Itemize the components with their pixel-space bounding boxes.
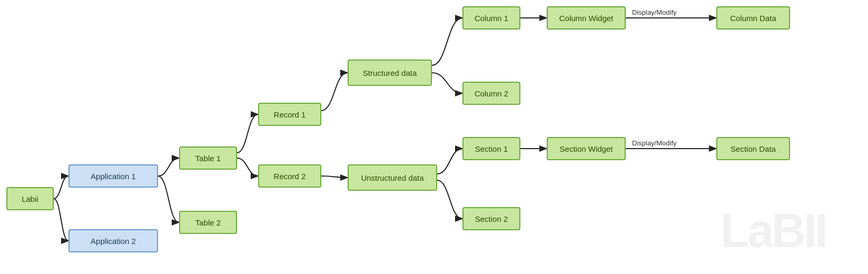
node-secwidget: Section Widget: [547, 137, 626, 160]
node-table2: Table 2: [179, 211, 237, 234]
sec-display-label: Display/Modify: [632, 139, 677, 147]
node-record2: Record 2: [258, 164, 321, 188]
col-display-label: Display/Modify: [632, 8, 677, 16]
node-labii: Labii: [6, 187, 54, 210]
node-structured: Structured data: [348, 60, 432, 86]
node-record1: Record 1: [258, 103, 321, 126]
node-sec1: Section 1: [462, 137, 520, 160]
node-secdata: Section Data: [716, 137, 790, 160]
node-col1: Column 1: [462, 6, 520, 30]
diagram: Labii Application 1 Application 2 Table …: [0, 0, 868, 274]
node-unstructured: Unstructured data: [348, 164, 437, 191]
node-table1: Table 1: [179, 146, 237, 170]
node-app2: Application 2: [68, 229, 158, 252]
node-sec2: Section 2: [462, 207, 520, 230]
node-app1: Application 1: [68, 164, 158, 188]
node-coldata: Column Data: [716, 6, 790, 30]
node-col2: Column 2: [462, 82, 520, 105]
node-colwidget: Column Widget: [547, 6, 626, 30]
watermark: LaBII: [721, 204, 826, 258]
